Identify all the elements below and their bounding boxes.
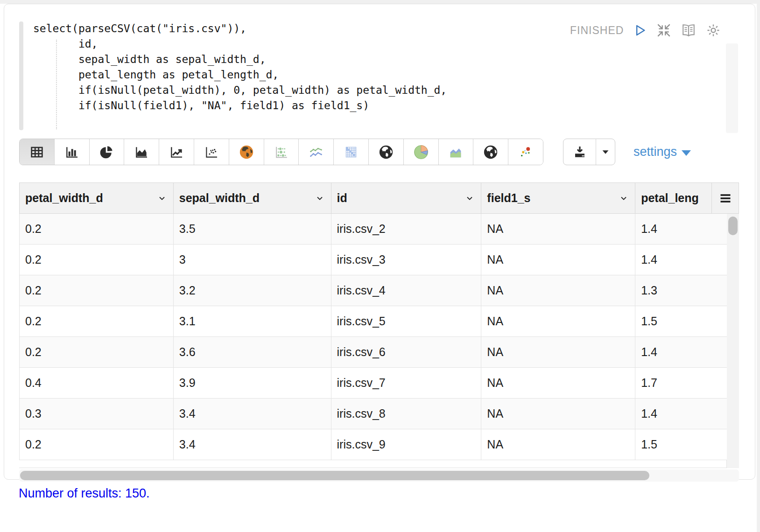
query-result-page: select(parseCSV(cat("iris.csv")), id, se… — [0, 0, 760, 532]
chevron-down-icon[interactable] — [619, 194, 628, 203]
area-chart-icon — [134, 145, 149, 160]
compress-icon[interactable] — [656, 23, 671, 38]
table-cell: iris.csv_2 — [331, 214, 482, 244]
chart-btn-scatter-color[interactable] — [508, 139, 543, 165]
table-cell: NA — [481, 306, 635, 336]
world-map-orange-icon — [239, 144, 254, 160]
column-header-petal_width_d[interactable]: petal_width_d — [20, 183, 174, 213]
chart-type-toolbar — [19, 139, 543, 165]
settings-label: settings — [633, 145, 677, 159]
table-row[interactable]: 0.23.2iris.csv_4NA1.3 — [20, 275, 727, 306]
table-cell: 0.2 — [20, 429, 174, 460]
results-count: Number of results: 150. — [19, 486, 150, 501]
chevron-down-icon[interactable] — [157, 194, 167, 203]
table-row[interactable]: 0.33.4iris.csv_8NA1.4 — [20, 399, 727, 429]
table-horizontal-scrollbar[interactable] — [19, 469, 739, 482]
chart-btn-pie-color[interactable] — [404, 139, 439, 165]
table-cell: 1.4 — [635, 245, 727, 275]
pie-chart-icon — [99, 145, 114, 160]
chevron-down-icon[interactable] — [465, 194, 474, 203]
table-cell: 1.7 — [635, 368, 727, 398]
table-cell: 0.2 — [20, 306, 174, 336]
globe-dark-2-icon — [483, 144, 499, 160]
table-cell: iris.csv_6 — [331, 337, 482, 367]
table-cell: NA — [481, 368, 635, 398]
export-menu-button[interactable] — [596, 139, 615, 165]
table-cell: 1.4 — [635, 399, 727, 429]
chart-btn-heatmap[interactable] — [334, 139, 369, 165]
table-cell: iris.csv_7 — [331, 368, 482, 398]
bar-chart-icon — [64, 145, 79, 160]
chart-btn-bar[interactable] — [55, 139, 90, 165]
partial-row — [19, 460, 727, 468]
gear-icon[interactable] — [706, 23, 721, 38]
scatter-plot-icon — [204, 145, 219, 160]
chevron-down-icon[interactable] — [315, 194, 324, 203]
column-header-field1_s[interactable]: field1_s — [481, 183, 635, 213]
table-cell: NA — [481, 429, 635, 460]
line-chart-icon — [169, 145, 184, 160]
table-row[interactable]: 0.23.5iris.csv_2NA1.4 — [20, 214, 727, 245]
export-download-button[interactable] — [563, 139, 596, 165]
query-card: select(parseCSV(cat("iris.csv")), id, se… — [4, 4, 755, 480]
scrollbar-thumb[interactable] — [20, 471, 649, 480]
globe-dark-icon — [378, 144, 394, 160]
column-header-sepal_width_d[interactable]: sepal_width_d — [174, 183, 331, 213]
table-row[interactable]: 0.23.6iris.csv_6NA1.4 — [20, 337, 727, 368]
table-cell: iris.csv_3 — [331, 245, 482, 275]
chart-btn-globe-2[interactable] — [473, 139, 508, 165]
table-cell: iris.csv_9 — [331, 429, 482, 460]
table-vertical-scrollbar[interactable] — [727, 214, 739, 468]
table-header-row: petal_width_d sepal_width_d id field1_s … — [19, 182, 739, 214]
results-table: petal_width_d sepal_width_d id field1_s … — [19, 182, 739, 468]
table-cell: 1.3 — [635, 275, 727, 306]
settings-dropdown[interactable]: settings — [633, 139, 691, 165]
export-split-button — [563, 139, 615, 165]
chart-btn-globe[interactable] — [369, 139, 404, 165]
settings-caret-icon — [682, 150, 691, 156]
heatmap-grid-icon — [344, 145, 359, 160]
chart-btn-line[interactable] — [159, 139, 194, 165]
table-row[interactable]: 0.43.9iris.csv_7NA1.7 — [20, 368, 727, 399]
table-row[interactable]: 0.23.1iris.csv_5NA1.5 — [20, 306, 727, 337]
table-view-icon — [29, 145, 44, 160]
chart-btn-multi-line[interactable] — [299, 139, 334, 165]
status-badge: FINISHED — [570, 24, 624, 37]
docs-book-icon[interactable] — [681, 23, 697, 38]
top-edge-strip — [0, 0, 760, 4]
table-cell: 0.2 — [20, 275, 174, 306]
chart-btn-table[interactable] — [20, 139, 55, 165]
table-cell: 1.5 — [635, 429, 727, 460]
play-icon[interactable] — [633, 23, 647, 37]
stacked-area-color-icon — [447, 144, 464, 160]
chart-btn-punchcard[interactable] — [264, 139, 299, 165]
scrollbar-thumb[interactable] — [728, 217, 738, 235]
column-menu-button[interactable] — [712, 183, 739, 213]
editor-scrollbar[interactable] — [726, 43, 738, 133]
table-cell: iris.csv_4 — [331, 275, 482, 306]
table-cell: NA — [481, 214, 635, 244]
chart-btn-world-map[interactable] — [229, 139, 264, 165]
table-cell: NA — [481, 399, 635, 429]
table-cell: 0.3 — [20, 399, 174, 429]
table-cell: 0.2 — [20, 337, 174, 367]
download-icon — [572, 145, 587, 160]
table-row[interactable]: 0.23iris.csv_3NA1.4 — [20, 245, 727, 275]
right-edge-strip — [757, 0, 760, 532]
table-row[interactable]: 0.23.4iris.csv_9NA1.5 — [20, 429, 727, 460]
chart-btn-pie[interactable] — [90, 139, 125, 165]
table-cell: 3.9 — [174, 368, 331, 398]
column-header-petal_length_d[interactable]: petal_leng — [635, 183, 712, 213]
table-cell: iris.csv_8 — [331, 399, 482, 429]
column-header-id[interactable]: id — [331, 183, 482, 213]
chart-btn-stacked-area[interactable] — [439, 139, 474, 165]
chart-btn-area[interactable] — [124, 139, 159, 165]
scatter-color-icon — [517, 144, 534, 161]
table-cell: 3.5 — [174, 214, 331, 244]
query-editor[interactable]: select(parseCSV(cat("iris.csv")), id, se… — [33, 21, 447, 113]
multi-line-chart-icon — [308, 144, 324, 160]
chart-btn-scatter[interactable] — [194, 139, 229, 165]
table-cell: 0.4 — [20, 368, 174, 398]
table-cell: NA — [481, 337, 635, 367]
table-cell: iris.csv_5 — [331, 306, 482, 336]
